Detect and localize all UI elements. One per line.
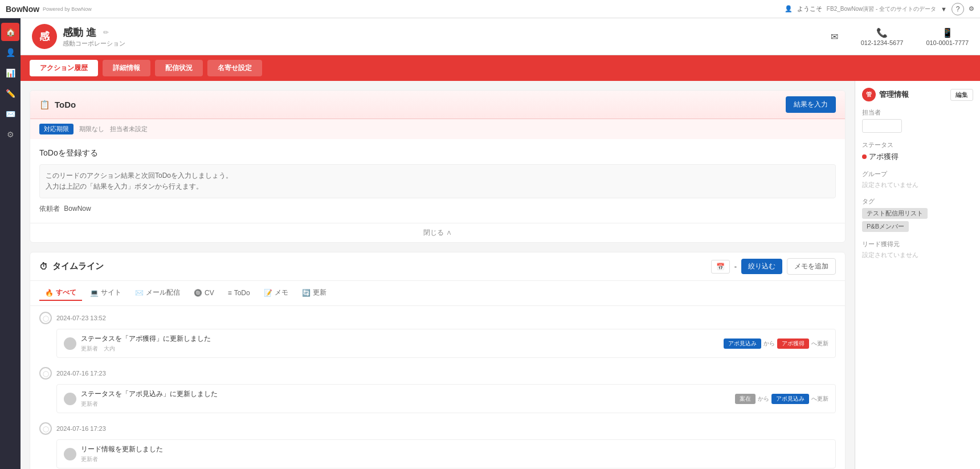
tl-date-3: ◯ 2024-07-16 17:23 (39, 422, 836, 435)
tab-delivery-status[interactable]: 配信状況 (155, 60, 203, 76)
help-icon[interactable]: ? (952, 3, 964, 15)
arrow-2: から (758, 395, 769, 403)
todo-collapse-button[interactable]: 閉じる ∧ (30, 223, 845, 242)
todo-card-header: 📋 ToDo 結果を入力 (30, 91, 845, 119)
tl-item-2: ステータスを「アポ見込み」に更新しました 更新者 案在 から アポ見込み へ更新 (56, 384, 836, 413)
tl-tab-update[interactable]: 🔄 更新 (296, 286, 332, 301)
todo-body: ToDoを登録する このリードのアクション結果と次回ToDoを入力しましょう。 … (30, 139, 845, 223)
todo-list-icon: ≡ (228, 289, 232, 297)
tl-item-detail-2: ステータスを「アポ見込み」に更新しました 更新者 (81, 389, 730, 408)
todo-card: 📋 ToDo 結果を入力 対応期限 期限なし 担当者未設定 ToDoを登録する … (30, 90, 846, 243)
timeline-content: ◯ 2024-07-23 13:52 ステータスを「アポ獲得」に更新しました 更… (30, 306, 845, 469)
tl-item-detail-3: リード情報を更新しました 更新者 (81, 444, 828, 463)
todo-meta: 対応期限 期限なし 担当者未設定 (30, 119, 845, 139)
welcome-text: ようこそ (797, 5, 822, 13)
arrow-1: から (763, 340, 775, 348)
contact-info: ✉ 📞 012-1234-5677 📱 010-0001-7777 (831, 27, 969, 46)
result-input-button[interactable]: 結果を入力 (786, 96, 836, 113)
top-bar-right: 👤 ようこそ FB2_BowNow演習 - 全てのサイトのデータ ▼ ? ⚙ (785, 3, 974, 15)
rp-assignee-label: 担当者 (862, 108, 973, 117)
rp-tags-label: タグ (862, 197, 973, 206)
tl-tab-memo[interactable]: 📝 メモ (258, 286, 294, 301)
user-edit-icon[interactable]: ✏ (103, 28, 109, 36)
todo-no-assignee: 担当者未設定 (110, 125, 148, 133)
tab-action-history[interactable]: アクション履歴 (30, 60, 98, 76)
tl-date-2: ◯ 2024-07-16 17:23 (39, 367, 836, 380)
tl-item-sub-2: 更新者 (81, 400, 730, 408)
tl-user-avatar-1 (64, 337, 76, 350)
mail-delivery-icon: ✉️ (135, 289, 144, 297)
tab-bar: アクション履歴 詳細情報 配信状況 名寄せ設定 (21, 55, 980, 81)
tl-item-row-2: ステータスを「アポ見込み」に更新しました 更新者 案在 から アポ見込み へ更新 (64, 389, 828, 408)
tl-user-avatar-2 (64, 393, 76, 405)
tl-item-row-1: ステータスを「アポ獲得」に更新しました 更新者 大内 アポ見込み から アポ獲得… (64, 334, 828, 353)
app-layout: 🏠 👤 📊 ✏️ ✉️ ⚙ 感 感動 進 ✏ 感動コーポレーション (0, 18, 980, 469)
rp-section-assignee: 担当者 (862, 108, 973, 133)
tab-deduplication[interactable]: 名寄せ設定 (207, 60, 262, 76)
sidebar-item-analytics[interactable]: 📊 (1, 64, 19, 82)
sidebar-item-home[interactable]: 🏠 (1, 23, 19, 41)
tl-tab-all[interactable]: 🔥 すべて (39, 286, 82, 301)
circle-icon-1: ◯ (43, 315, 49, 321)
date-range-separator: - (734, 262, 737, 271)
avatar: 感 (32, 24, 57, 49)
rp-lead-source-label: リード獲得元 (862, 240, 973, 248)
logo: BowNow (6, 5, 39, 14)
mobile-icon: 📱 (942, 27, 953, 38)
tl-item-text-3: リード情報を更新しました (81, 444, 828, 454)
tl-tab-site[interactable]: 💻 サイト (84, 286, 127, 301)
tl-item-sub-1: 更新者 大内 (81, 345, 719, 353)
timeline-tabs: 🔥 すべて 💻 サイト ✉️ メール配信 🔘 (30, 281, 845, 306)
todo-title: 📋 ToDo (39, 100, 76, 110)
calendar-button[interactable]: 📅 (711, 260, 730, 274)
tl-item-text-2: ステータスを「アポ見込み」に更新しました (81, 389, 730, 399)
tl-circle-3: ◯ (39, 422, 52, 435)
tl-date-text-3: 2024-07-16 17:23 (56, 425, 106, 432)
sidebar: 🏠 👤 📊 ✏️ ✉️ ⚙ (0, 18, 21, 469)
content-area: 感 感動 進 ✏ 感動コーポレーション ✉ 📞 012-1234-5677 (21, 18, 980, 469)
update-label-2: へ更新 (811, 395, 828, 403)
tl-tab-todo[interactable]: ≡ ToDo (222, 286, 256, 301)
mail-icon: ✉ (831, 31, 838, 42)
tl-tab-cv[interactable]: 🔘 CV (188, 286, 220, 301)
circle-icon-2: ◯ (43, 370, 49, 377)
mobile-contact: 📱 010-0001-7777 (926, 27, 969, 46)
top-bar-left: BowNow Powered by BowNow (6, 5, 92, 14)
rp-tag-0: テスト配信用リスト (862, 208, 928, 219)
from-tag-2: 案在 (735, 394, 756, 404)
tl-tab-mail[interactable]: ✉️ メール配信 (129, 286, 186, 301)
main-content: 📋 ToDo 結果を入力 対応期限 期限なし 担当者未設定 ToDoを登録する … (21, 81, 980, 469)
dropdown-arrow-icon[interactable]: ▼ (941, 6, 947, 13)
tl-date-text-2: 2024-07-16 17:23 (56, 370, 106, 377)
tl-item-3: リード情報を更新しました 更新者 (56, 439, 836, 468)
todo-no-deadline: 期限なし (79, 125, 104, 133)
right-panel-avatar: 管 (862, 88, 876, 101)
tl-date-text-1: 2024-07-23 13:52 (56, 315, 106, 321)
tab-details[interactable]: 詳細情報 (103, 60, 150, 76)
update-label-1: へ更新 (811, 340, 828, 348)
user-info[interactable]: FB2_BowNow演習 - 全てのサイトのデータ (827, 5, 936, 13)
right-panel-edit-button[interactable]: 編集 (950, 89, 973, 101)
user-name: 感動 進 (63, 26, 96, 39)
right-panel: 管 管理情報 編集 担当者 ステータス アポ獲得 グループ (855, 81, 980, 469)
cv-icon: 🔘 (194, 289, 202, 297)
sidebar-item-edit[interactable]: ✏️ (1, 84, 19, 103)
tl-group-2: ◯ 2024-07-16 17:23 ステータスを「アポ見込み」に更新しました … (39, 367, 836, 413)
todo-icon: 📋 (39, 100, 50, 110)
filter-button[interactable]: 絞り込む (741, 259, 782, 274)
rp-group-value: 設定されていません (862, 181, 973, 189)
sidebar-item-contact[interactable]: 👤 (1, 43, 19, 62)
sidebar-item-settings[interactable]: ⚙ (1, 125, 19, 144)
timeline-title: ⏱ タイムライン (39, 261, 104, 272)
logo-sub: Powered by BowNow (43, 6, 92, 12)
rp-assignee-input[interactable] (862, 119, 902, 133)
circle-icon-3: ◯ (43, 426, 49, 432)
page-header: 感 感動 進 ✏ 感動コーポレーション ✉ 📞 012-1234-5677 (21, 18, 980, 55)
sidebar-item-mail[interactable]: ✉️ (1, 105, 19, 123)
add-memo-button[interactable]: メモを追加 (787, 258, 836, 275)
tl-tags-1: アポ見込み から アポ獲得 へ更新 (724, 339, 828, 349)
phone-contact: 📞 012-1234-5677 (861, 27, 904, 46)
phone-number: 012-1234-5677 (861, 39, 904, 46)
settings-icon[interactable]: ⚙ (969, 5, 974, 13)
phone-icon: 📞 (876, 27, 888, 38)
